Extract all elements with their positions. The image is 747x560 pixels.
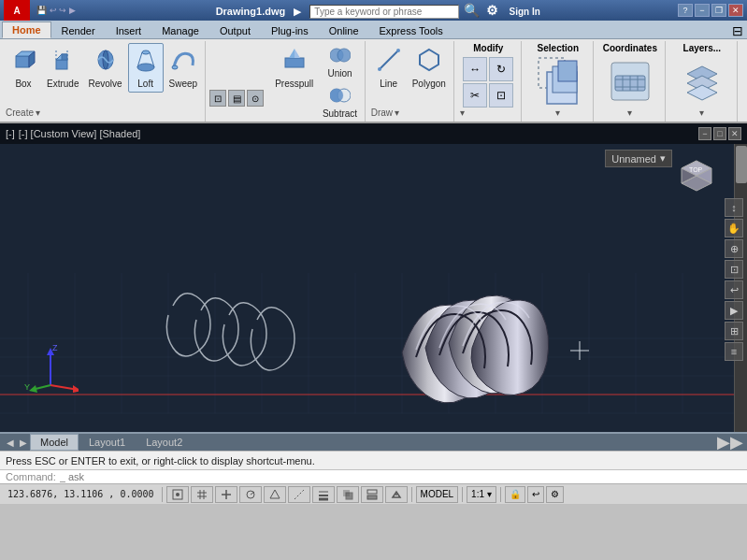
tab-scroll-left[interactable]: ◀: [4, 438, 17, 448]
coordinates-icon: [610, 61, 651, 102]
nav-zoom-window-btn[interactable]: ⊡: [725, 260, 743, 279]
selection-icon: [538, 57, 579, 106]
selection-group-label: ▾: [555, 108, 560, 120]
svg-marker-26: [420, 50, 438, 70]
viewport-minus-btn[interactable]: [-]: [6, 128, 15, 139]
lock-viewport-button[interactable]: 🔒: [505, 486, 525, 503]
layers-dropdown[interactable]: ▾: [699, 108, 704, 118]
nav-zoom-btn[interactable]: ⊕: [725, 239, 743, 258]
nav-orbit-btn[interactable]: ↕: [725, 198, 743, 217]
tab-layout1[interactable]: Layout1: [79, 434, 136, 451]
tab-model[interactable]: Model: [30, 434, 79, 451]
trans-button[interactable]: [337, 486, 359, 503]
draw-dropdown[interactable]: Draw▾: [371, 108, 450, 118]
search-dropdown-icon[interactable]: ⚙: [486, 3, 498, 18]
coordinates-group-label: ▾: [627, 108, 632, 120]
settings-bottom-btn[interactable]: ⚙: [546, 486, 564, 503]
tab-express[interactable]: Express Tools: [369, 22, 453, 38]
viewport-close-btn[interactable]: ✕: [728, 127, 741, 140]
lineweight-button[interactable]: [312, 486, 335, 503]
svg-point-12: [172, 65, 178, 69]
svg-rect-5: [62, 54, 67, 60]
tab-layout2[interactable]: Layout2: [136, 434, 193, 451]
command-label: Command:: [6, 471, 56, 482]
viewport: [-] [-] [Custom View] [Shaded] − □ ✕ TOP…: [0, 123, 747, 432]
selection-dropdown[interactable]: ▾: [555, 108, 560, 118]
trim-button[interactable]: ✂: [463, 83, 487, 108]
viewport-header: [-] [-] [Custom View] [Shaded] − □ ✕: [0, 123, 747, 144]
rotate-button[interactable]: ↻: [489, 57, 513, 81]
viewport-scale-button[interactable]: 1:1 ▾: [467, 486, 496, 503]
box-button[interactable]: Box: [6, 43, 41, 93]
sweep-button[interactable]: Sweep: [165, 43, 202, 93]
presspull-button[interactable]: Presspull: [271, 43, 317, 93]
nav-zoom-prev-btn[interactable]: ↩: [725, 280, 743, 299]
modify-dropdown[interactable]: ▾: [460, 108, 517, 118]
union-button[interactable]: Union: [319, 43, 360, 81]
grid-background: [0, 123, 747, 432]
ortho-button[interactable]: [215, 486, 237, 503]
tab-insert[interactable]: Insert: [106, 22, 152, 38]
minimize-button[interactable]: −: [695, 4, 710, 17]
viewport-minimize-btn[interactable]: −: [698, 127, 711, 140]
nav-settings-btn[interactable]: ≡: [725, 342, 743, 361]
dtrack-button[interactable]: [288, 486, 310, 503]
tab-home[interactable]: Home: [2, 22, 51, 38]
tab-online[interactable]: Online: [319, 22, 369, 38]
tab-plugins[interactable]: Plug-ins: [261, 22, 319, 38]
annotmon-button[interactable]: [385, 486, 408, 503]
toolbar-icon-2[interactable]: ▤: [228, 90, 245, 107]
unnamed-dropdown[interactable]: Unnamed ▾: [605, 150, 672, 167]
tab-bar: ◀ ▶ Model Layout1 Layout2 ▶▶: [0, 432, 747, 451]
toolbar-icon-3[interactable]: ⊙: [247, 90, 264, 107]
create-dropdown[interactable]: Create ▾: [6, 108, 201, 118]
sign-in-link[interactable]: Sign In: [510, 7, 540, 17]
title-bar-right: ? − ❐ ✕: [678, 4, 743, 17]
scale-button[interactable]: ⊡: [489, 83, 513, 108]
tab-scroll-end[interactable]: ▶▶: [717, 432, 743, 452]
nav-showmotion-btn[interactable]: ▶: [725, 301, 743, 320]
grid-button[interactable]: [191, 486, 213, 503]
search-icon[interactable]: 🔍: [464, 3, 480, 18]
tab-bar-right: ▶▶: [717, 432, 743, 452]
move-button[interactable]: ↔: [463, 57, 487, 81]
view-cube[interactable]: TOP: [672, 150, 721, 198]
svg-point-10: [137, 64, 154, 71]
svg-rect-41: [0, 123, 747, 432]
coordinates-dropdown[interactable]: ▾: [627, 108, 632, 118]
line-button[interactable]: Line: [371, 43, 407, 93]
nav-3dconnection-btn[interactable]: ⊞: [725, 322, 743, 340]
polygon-button[interactable]: Polygon: [409, 43, 450, 93]
restore-button[interactable]: ❐: [711, 4, 726, 17]
create-group-buttons: Box Extrude Revolve Loft: [6, 43, 201, 108]
tab-scroll-right[interactable]: ▶: [17, 438, 30, 448]
scrollbar-thumb[interactable]: [736, 146, 747, 183]
help-button[interactable]: ?: [678, 4, 693, 17]
undo-btn[interactable]: ↩: [527, 486, 544, 503]
revolve-button[interactable]: Revolve: [84, 43, 125, 93]
tab-output[interactable]: Output: [209, 22, 261, 38]
loft-button[interactable]: Loft: [128, 43, 164, 93]
layers-group: Layers... ▾: [668, 41, 738, 122]
sel-cycle-button[interactable]: [361, 486, 383, 503]
nav-pan-btn[interactable]: ✋: [725, 219, 743, 237]
revolve-icon: [93, 47, 119, 77]
ribbon-expand-icon[interactable]: ⊟: [732, 23, 743, 38]
model-space-button[interactable]: MODEL: [416, 486, 459, 503]
viewport-restore-btn[interactable]: □: [713, 127, 726, 140]
tab-manage[interactable]: Manage: [151, 22, 209, 38]
isnap-button[interactable]: [264, 486, 286, 503]
toolbar-icon-1[interactable]: ⊡: [209, 90, 226, 107]
subtract-label: Subtract: [323, 108, 357, 119]
extrude-button[interactable]: Extrude: [43, 43, 82, 93]
search-input[interactable]: [309, 5, 459, 19]
snap-button[interactable]: [166, 486, 189, 503]
tab-render[interactable]: Render: [51, 22, 106, 38]
coordinates-label-top: Coordinates: [603, 43, 657, 53]
subtract-icon: [330, 86, 351, 108]
command-input[interactable]: [60, 471, 247, 482]
polar-button[interactable]: [239, 486, 262, 503]
svg-line-23: [380, 50, 398, 69]
close-button[interactable]: ✕: [728, 4, 743, 17]
subtract-button[interactable]: Subtract: [319, 83, 360, 122]
